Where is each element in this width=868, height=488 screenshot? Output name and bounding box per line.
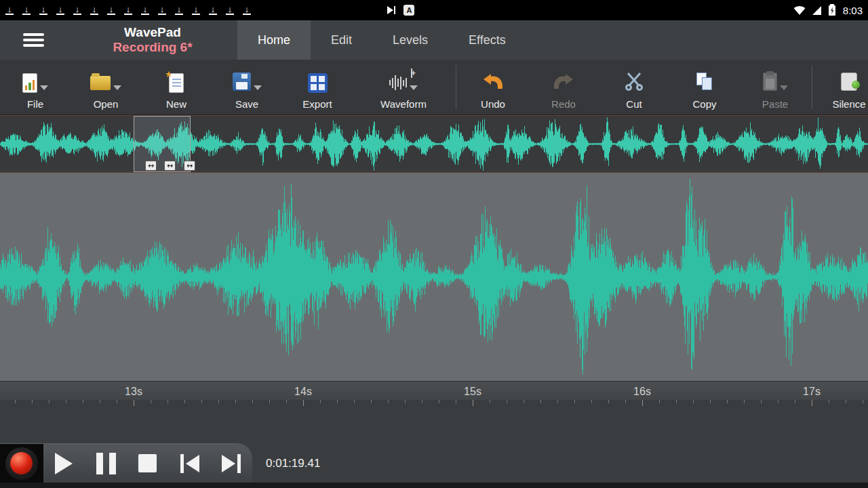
ruler-tick — [591, 400, 592, 403]
chevron-down-icon — [40, 85, 48, 90]
ruler-tick — [456, 400, 456, 403]
undo-icon — [482, 73, 504, 92]
ruler-tick — [218, 400, 219, 403]
ruler-tick — [710, 400, 711, 403]
app-title: WavePad — [124, 25, 181, 40]
ruler-tick — [778, 400, 778, 403]
previous-button[interactable] — [169, 444, 211, 483]
toolbar-separator — [812, 65, 812, 109]
ruler-tick — [320, 400, 321, 403]
selection-handle[interactable]: ↔ — [164, 161, 176, 171]
stop-button[interactable] — [127, 444, 169, 483]
status-download-icons: ↓↓↓↓↓↓↓↓↓↓↓↓↓↓↓ — [5, 5, 383, 15]
ruler-tick — [354, 400, 355, 403]
ruler-tick — [540, 400, 541, 403]
ruler-label: 15s — [464, 386, 481, 398]
ruler-tick — [490, 400, 490, 403]
pause-button[interactable] — [85, 444, 127, 483]
toolbar: FileOpen★NewSaveExport+WaveformUndoRedoC… — [0, 60, 868, 115]
ruler-tick — [812, 400, 812, 406]
ruler-tick — [507, 400, 507, 403]
keyboard-layout-icon: A — [403, 5, 414, 16]
download-icon: ↓ — [226, 5, 234, 15]
waveform-icon: + — [389, 74, 407, 92]
ruler-tick — [422, 400, 422, 403]
ruler-tick — [117, 400, 117, 403]
save-button[interactable]: Save — [212, 60, 282, 115]
toolbar-item-label: Silence — [832, 98, 865, 110]
chevron-down-icon — [410, 85, 418, 90]
tab-effects[interactable]: Effects — [448, 20, 526, 60]
ruler-tick — [184, 400, 185, 403]
header-tabs: HomeEditLevelsEffects — [237, 20, 526, 60]
battery-icon — [829, 5, 835, 16]
document-title: Recording 6* — [113, 40, 192, 55]
ruler-tick — [473, 400, 473, 406]
record-icon — [5, 447, 38, 480]
overview-waveform-canvas[interactable] — [0, 116, 868, 172]
ruler-tick — [388, 400, 389, 403]
selection-handle[interactable]: ↔ — [145, 161, 157, 171]
main-waveform-canvas[interactable] — [0, 173, 868, 381]
redo-icon — [553, 73, 574, 92]
ruler-tick — [574, 400, 575, 403]
export-button[interactable]: Export — [282, 60, 353, 115]
download-icon: ↓ — [107, 5, 115, 15]
toolbar-item-label: Export — [302, 98, 332, 110]
selection-region[interactable] — [134, 116, 191, 172]
download-icon: ↓ — [5, 5, 14, 15]
play-button[interactable] — [43, 444, 85, 483]
ruler-label: 14s — [294, 386, 312, 398]
tab-edit[interactable]: Edit — [311, 20, 372, 60]
signal-icon — [811, 5, 823, 16]
open-icon — [90, 73, 111, 93]
export-icon — [308, 73, 328, 93]
copy-button[interactable]: Copy — [669, 60, 740, 115]
silence-button[interactable]: Silence — [814, 60, 868, 115]
selection-handle[interactable]: ↔ — [184, 161, 195, 171]
cut-icon — [625, 72, 643, 94]
menu-button[interactable] — [0, 20, 68, 60]
ruler-tick — [83, 400, 83, 403]
clock: 8:03 — [843, 5, 863, 16]
toolbar-separator — [456, 65, 456, 109]
open-button[interactable]: Open — [71, 60, 141, 115]
save-icon — [233, 73, 251, 94]
cut-button[interactable]: Cut — [599, 60, 669, 115]
ruler-tick — [303, 400, 304, 406]
ruler-tick — [337, 400, 338, 403]
hamburger-icon — [23, 30, 44, 49]
download-icon: ↓ — [22, 5, 31, 15]
toolbar-item-label: Redo — [551, 98, 576, 110]
new-button[interactable]: ★New — [141, 60, 212, 115]
download-icon: ↓ — [243, 5, 251, 15]
overview-strip: ↔ ↔ ↔ — [0, 115, 868, 173]
ruler-label: 17s — [803, 386, 821, 398]
next-button[interactable] — [210, 444, 252, 483]
stop-icon — [138, 454, 157, 472]
redo-button[interactable]: Redo — [528, 60, 599, 115]
status-bar: ↓↓↓↓↓↓↓↓↓↓↓↓↓↓↓ A 8:03 — [0, 0, 868, 20]
waveform-button[interactable]: +Waveform — [353, 60, 454, 115]
ruler-tick — [642, 400, 643, 406]
download-icon: ↓ — [175, 5, 183, 15]
ruler-tick — [846, 400, 846, 403]
ruler-tick — [252, 400, 253, 403]
ruler-tick — [829, 400, 829, 403]
record-button[interactable] — [0, 444, 43, 483]
transport-bar — [0, 444, 252, 483]
tab-home[interactable]: Home — [237, 20, 311, 60]
ruler-tick — [659, 400, 660, 403]
play-next-icon — [387, 6, 395, 14]
ruler-tick — [761, 400, 762, 403]
file-button[interactable]: File — [0, 60, 71, 115]
toolbar-item-label: New — [166, 98, 186, 110]
ruler-tick — [235, 400, 236, 403]
ruler-tick — [727, 400, 728, 403]
play-icon — [55, 453, 73, 474]
tab-levels[interactable]: Levels — [372, 20, 448, 60]
wifi-icon — [793, 5, 806, 16]
toolbar-item-label: Open — [94, 98, 119, 110]
paste-button[interactable]: Paste — [740, 60, 810, 115]
undo-button[interactable]: Undo — [458, 60, 528, 115]
